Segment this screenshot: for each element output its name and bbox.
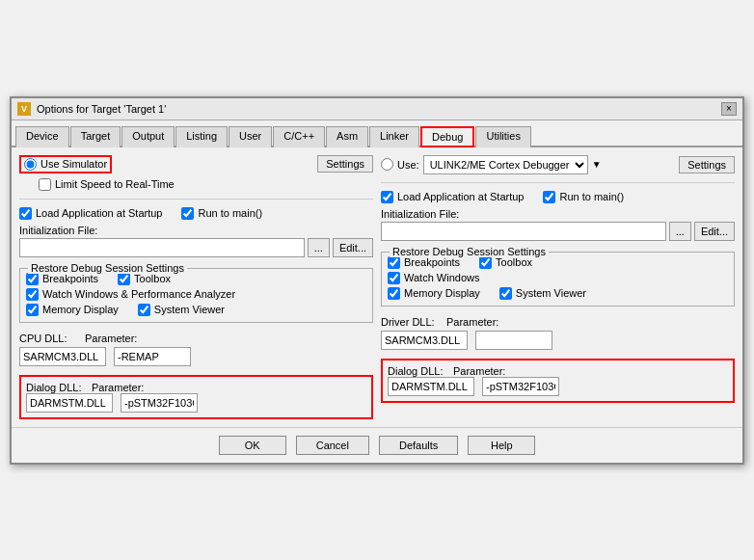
right-settings-button[interactable]: Settings	[679, 156, 735, 173]
right-restore-group: Restore Debug Session Settings Breakpoin…	[381, 252, 735, 307]
right-dialog-dll-input[interactable]	[388, 377, 474, 396]
limit-speed-checkbox[interactable]	[39, 178, 51, 191]
left-cpu-dll-label: CPU DLL:	[19, 333, 77, 344]
right-watch-windows-checkbox[interactable]	[388, 272, 400, 284]
left-watch-windows-checkbox[interactable]	[26, 288, 39, 301]
right-edit-button[interactable]: Edit...	[694, 222, 735, 241]
close-button[interactable]: ×	[721, 102, 737, 116]
tab-target[interactable]: Target	[70, 126, 121, 147]
right-driver-dll-input[interactable]	[381, 331, 468, 350]
right-restore-group-title: Restore Debug Session Settings	[390, 246, 549, 257]
left-dialog-param-input[interactable]	[121, 393, 198, 413]
left-cpu-dll-input[interactable]	[19, 347, 106, 366]
right-dialog-param-input[interactable]	[482, 377, 559, 396]
left-watch-windows-label: Watch Windows & Performance Analyzer	[42, 288, 235, 300]
right-driver-param-input[interactable]	[475, 331, 552, 350]
right-run-to-main-checkbox[interactable]	[543, 191, 555, 203]
left-dialog-dll-section: Dialog DLL: Parameter:	[19, 375, 373, 419]
use-debugger-row: Use: ULINK2/ME Cortex Debugger ▼	[381, 155, 602, 174]
two-column-layout: Use Simulator Settings Limit Speed to Re…	[19, 155, 735, 419]
left-breakpoints-label: Breakpoints	[42, 273, 98, 284]
left-load-app-label: Load Application at Startup	[36, 207, 162, 219]
bottom-buttons: OK Cancel Defaults Help	[12, 427, 742, 463]
right-panel: Use: ULINK2/ME Cortex Debugger ▼ Setting…	[381, 155, 735, 419]
title-bar: V Options for Target 'Target 1' ×	[12, 98, 742, 120]
left-init-file-section: Initialization File: ... Edit...	[19, 225, 373, 257]
tab-output[interactable]: Output	[121, 126, 175, 147]
left-toolbox-label: Toolbox	[134, 273, 171, 284]
cancel-button[interactable]: Cancel	[296, 436, 369, 455]
tab-device[interactable]: Device	[15, 126, 69, 147]
tab-cpp[interactable]: C/C++	[273, 126, 325, 147]
tab-asm[interactable]: Asm	[326, 126, 368, 147]
right-toolbox-checkbox[interactable]	[479, 256, 492, 269]
right-breakpoints-checkbox[interactable]	[388, 256, 400, 269]
right-load-app-checkbox[interactable]	[381, 191, 393, 203]
right-dialog-param-label: Parameter:	[453, 365, 505, 377]
right-breakpoints-label: Breakpoints	[404, 256, 460, 268]
dropdown-arrow: ▼	[592, 159, 602, 170]
left-memory-display-checkbox[interactable]	[26, 304, 39, 316]
defaults-button[interactable]: Defaults	[379, 436, 458, 455]
tab-linker[interactable]: Linker	[369, 126, 419, 147]
right-init-file-label: Initialization File:	[381, 208, 735, 220]
ok-button[interactable]: OK	[219, 436, 286, 455]
left-cpu-param-input[interactable]	[114, 347, 191, 366]
left-dialog-param-label: Parameter:	[92, 382, 144, 393]
use-label: Use:	[397, 159, 419, 171]
left-settings-button[interactable]: Settings	[317, 155, 373, 173]
right-driver-dll-label: Driver DLL:	[381, 316, 439, 328]
tab-debug[interactable]: Debug	[420, 126, 474, 147]
left-cpu-dll-section: CPU DLL: Parameter:	[19, 333, 373, 366]
left-dialog-dll-label: Dialog DLL:	[26, 382, 84, 393]
left-run-to-main-label: Run to main()	[198, 207, 262, 219]
content-area: Use Simulator Settings Limit Speed to Re…	[12, 147, 742, 427]
right-init-file-input[interactable]	[381, 222, 666, 241]
app-icon: V	[17, 102, 31, 116]
right-system-viewer-label: System Viewer	[516, 287, 586, 299]
dialog: V Options for Target 'Target 1' × Device…	[10, 96, 744, 465]
right-dialog-dll-section: Dialog DLL: Parameter:	[381, 359, 735, 403]
use-simulator-label: Use Simulator	[40, 158, 107, 170]
right-load-app-label: Load Application at Startup	[397, 191, 524, 202]
left-run-to-main-checkbox[interactable]	[181, 207, 194, 220]
left-memory-display-label: Memory Display	[42, 304, 119, 315]
right-system-viewer-checkbox[interactable]	[499, 287, 512, 300]
right-watch-windows-label: Watch Windows	[404, 272, 479, 283]
right-driver-dll-section: Driver DLL: Parameter:	[381, 316, 735, 350]
tabs-row: Device Target Output Listing User C/C++ …	[12, 120, 742, 147]
right-driver-param-label: Parameter:	[446, 316, 498, 328]
debugger-select[interactable]: ULINK2/ME Cortex Debugger	[423, 155, 588, 174]
left-breakpoints-checkbox[interactable]	[26, 273, 39, 285]
left-dialog-dll-input[interactable]	[26, 393, 113, 413]
left-browse-button[interactable]: ...	[308, 238, 330, 257]
left-panel: Use Simulator Settings Limit Speed to Re…	[19, 155, 373, 419]
left-system-viewer-checkbox[interactable]	[138, 304, 150, 316]
right-memory-display-label: Memory Display	[404, 287, 480, 299]
right-dialog-dll-label: Dialog DLL:	[388, 365, 445, 377]
dialog-title: Options for Target 'Target 1'	[37, 103, 166, 115]
left-restore-group: Restore Debug Session Settings Breakpoin…	[19, 268, 373, 323]
left-restore-group-title: Restore Debug Session Settings	[28, 262, 187, 274]
right-toolbox-label: Toolbox	[496, 256, 532, 268]
left-system-viewer-label: System Viewer	[154, 304, 225, 315]
left-load-app-checkbox[interactable]	[19, 207, 32, 220]
use-simulator-radio-row: Use Simulator	[19, 155, 112, 173]
right-init-file-section: Initialization File: ... Edit...	[381, 208, 735, 241]
limit-speed-label: Limit Speed to Real-Time	[55, 178, 175, 190]
left-edit-button[interactable]: Edit...	[333, 238, 373, 257]
left-toolbox-checkbox[interactable]	[118, 273, 130, 285]
tab-user[interactable]: User	[229, 126, 272, 147]
help-button[interactable]: Help	[468, 436, 535, 455]
right-memory-display-checkbox[interactable]	[388, 287, 400, 300]
left-init-file-input[interactable]	[19, 238, 305, 257]
use-simulator-radio[interactable]	[24, 158, 37, 171]
use-debugger-radio[interactable]	[381, 158, 393, 171]
left-init-file-label: Initialization File:	[19, 225, 373, 236]
left-cpu-param-label: Parameter:	[85, 333, 137, 344]
right-run-to-main-label: Run to main()	[559, 191, 624, 202]
tab-utilities[interactable]: Utilities	[475, 126, 530, 147]
limit-speed-row: Limit Speed to Real-Time	[19, 178, 373, 191]
tab-listing[interactable]: Listing	[175, 126, 228, 147]
right-browse-button[interactable]: ...	[669, 222, 691, 241]
